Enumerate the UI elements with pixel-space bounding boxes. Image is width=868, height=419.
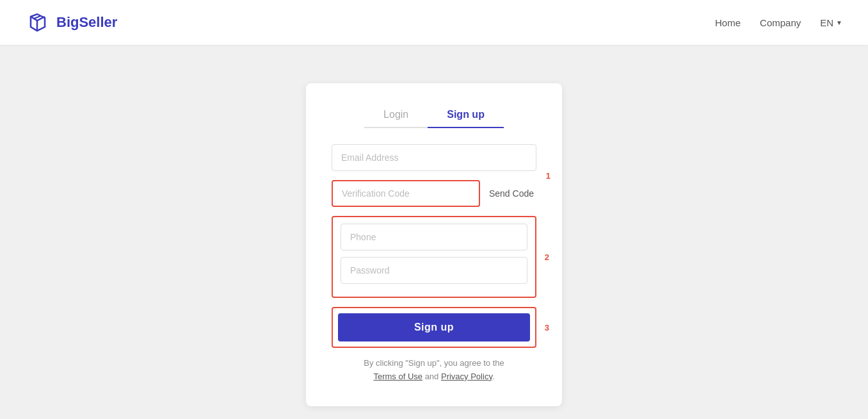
nav-company[interactable]: Company — [760, 17, 801, 28]
tab-login[interactable]: Login — [364, 103, 428, 128]
phone-password-group: 2 — [332, 216, 536, 298]
header: BigSeller Home Company EN ▼ — [0, 0, 868, 45]
main-content: Login Sign up Send Code 1 2 Sig — [0, 45, 868, 419]
lang-label: EN — [820, 17, 833, 28]
logo-area: BigSeller — [26, 10, 117, 35]
annotation-1: 1 — [546, 171, 551, 181]
password-input[interactable] — [341, 257, 527, 284]
phone-input[interactable] — [341, 224, 527, 251]
footer-text-1: By clicking "Sign up", you agree to the — [364, 358, 504, 368]
signup-button[interactable]: Sign up — [338, 313, 530, 341]
signup-btn-border: Sign up 3 — [332, 307, 536, 348]
email-field-group — [332, 144, 536, 171]
terms-of-use-link[interactable]: Terms of Use — [373, 372, 422, 381]
send-code-button[interactable]: Send Code — [486, 188, 536, 199]
verification-row: Send Code — [332, 180, 536, 207]
footer-and: and — [425, 372, 439, 381]
tab-signup[interactable]: Sign up — [428, 103, 504, 128]
privacy-policy-link[interactable]: Privacy Policy — [441, 372, 492, 381]
email-input[interactable] — [332, 144, 536, 171]
signup-card: Login Sign up Send Code 1 2 Sig — [306, 83, 562, 406]
tabs: Login Sign up — [332, 103, 536, 128]
phone-password-wrapper: 2 — [332, 216, 536, 298]
logo-text: BigSeller — [56, 14, 117, 31]
bigseller-logo-icon — [26, 10, 50, 35]
footer-text: By clicking "Sign up", you agree to the … — [332, 357, 536, 384]
nav-lang[interactable]: EN ▼ — [820, 17, 842, 28]
annotation-2: 2 — [545, 252, 549, 262]
nav-area: Home Company EN ▼ — [715, 17, 842, 28]
chevron-down-icon: ▼ — [836, 19, 842, 26]
signup-button-wrapper: Sign up 3 — [332, 307, 536, 348]
nav-home[interactable]: Home — [715, 17, 741, 28]
annotation-3: 3 — [545, 323, 549, 333]
verification-wrapper: Send Code 1 — [332, 180, 536, 207]
verification-input[interactable] — [332, 180, 480, 207]
footer-period: . — [492, 372, 495, 381]
